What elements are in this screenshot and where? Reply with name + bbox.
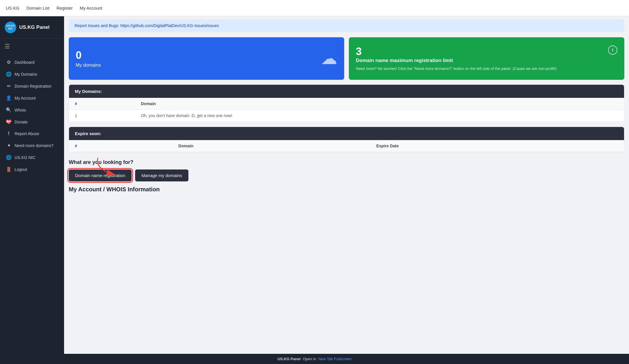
row-num: 1 (69, 109, 135, 121)
sidebar-label-need-more-domains: Need more domains? (15, 143, 54, 148)
nav-uskg[interactable]: US.KG (6, 6, 20, 10)
sidebar-label-logout: Logout (15, 167, 27, 172)
nav-my-account[interactable]: My Account (80, 6, 103, 10)
sidebar-item-uskg-nic[interactable]: 🌐 US.KG NIC (0, 151, 64, 163)
col-hash2: # (69, 140, 173, 152)
bottom-fullscreen-link[interactable]: New Tab Fullscreen (318, 357, 351, 361)
green-stat-card: 3 Domain name maximum registration limit… (349, 37, 624, 80)
sidebar-item-logout[interactable]: 🚪 Logout (0, 163, 64, 175)
cloud-icon: ☁ (321, 49, 337, 68)
table-row: 1 Oh, you don't have domain :D, get a ne… (69, 109, 624, 121)
col-expire-date: Expire Date (370, 140, 624, 152)
donate-icon: 💝 (6, 119, 12, 125)
col-domain2: Domain (173, 140, 371, 152)
sidebar-item-whois[interactable]: 🔍 Whois (0, 104, 64, 116)
stats-row: 0 My domains ☁ 3 Domain name maximum reg… (64, 35, 629, 84)
alert-text: Report Issues and Bugs: (75, 23, 120, 28)
sidebar-panel-title: US.KG Panel (19, 24, 50, 30)
dashboard-icon: ⚙ (6, 59, 12, 65)
top-nav: US.KG Domain List Register My Account (0, 0, 629, 16)
sidebar-label-domain-registration: Domain Registration (15, 84, 52, 89)
globe-icon: 🌐 (6, 71, 12, 77)
sidebar-label-whois: Whois (15, 108, 26, 112)
alert-bar: Report Issues and Bugs: https://github.c… (69, 19, 624, 32)
col-domain: Domain (135, 98, 624, 110)
sidebar-item-dashboard[interactable]: ⚙ Dashboard (0, 56, 64, 68)
nav-domain-list[interactable]: Domain List (26, 6, 50, 10)
sidebar-label-my-domains: My Domains (15, 72, 37, 77)
my-domains-table: # Domain 1 Oh, you don't have domain :D,… (69, 98, 624, 122)
manage-my-domains-button[interactable]: Manage my domains (135, 169, 188, 181)
expire-soon-section: Expire soon: # Domain Expire Date (69, 127, 624, 152)
plus-icon: ✦ (6, 143, 12, 148)
limit-description: Need more? No worries! Click the "Need m… (356, 66, 608, 72)
globe2-icon: 🌐 (6, 155, 12, 160)
blue-stat-card: 0 My domains ☁ (69, 37, 344, 80)
sidebar-label-my-account: My Account (15, 96, 36, 100)
sidebar-item-need-more-domains[interactable]: ✦ Need more domains? (0, 139, 64, 151)
sidebar-label-donate: Donate (15, 120, 28, 124)
sidebar-label-uskg-nic: US.KG NIC (15, 155, 36, 160)
content-area: Report Issues and Bugs: https://github.c… (64, 16, 629, 354)
user-icon: 👤 (6, 95, 12, 101)
info-icon-circle: i (608, 45, 617, 55)
sidebar-label-report-abuse: Report Abuse (15, 131, 39, 136)
col-hash: # (69, 98, 135, 110)
sidebar-item-my-account[interactable]: 👤 My Account (0, 92, 64, 104)
sidebar-item-report-abuse[interactable]: ! Report Abuse (0, 128, 64, 139)
sidebar-item-donate[interactable]: 💝 Donate (0, 116, 64, 128)
bottom-separator: Open in (302, 357, 317, 361)
expire-soon-table: # Domain Expire Date (69, 140, 624, 152)
my-domains-header: My Domains: (69, 85, 624, 98)
sidebar-label-dashboard: Dashboard (15, 60, 35, 65)
bottom-bar: US.KG Panel Open in New Tab Fullscreen (0, 354, 629, 364)
sidebar-item-domain-registration[interactable]: ✏ Domain Registration (0, 80, 64, 92)
alert-link[interactable]: https://github.com/DigitalPlatDev/US.KG-… (120, 23, 219, 28)
logo-circle: US.KG NIC (5, 22, 16, 33)
expire-soon-header: Expire soon: (69, 127, 624, 140)
sidebar-item-my-domains[interactable]: 🌐 My Domains (0, 68, 64, 80)
limit-title: Domain name maximum registration limit (356, 58, 608, 63)
exclamation-icon: ! (6, 131, 12, 136)
sidebar-hamburger[interactable]: ☰ (0, 39, 64, 54)
row-domain: Oh, you don't have domain :D, get a new … (135, 109, 624, 121)
my-domains-section: My Domains: # Domain 1 Oh, you don't hav… (69, 84, 624, 122)
search-icon: 🔍 (6, 107, 12, 113)
domains-count: 0 (76, 49, 101, 61)
bottom-panel-name: US.KG Panel (278, 357, 301, 361)
domain-name-registration-button[interactable]: Domain name registration (69, 169, 132, 181)
whois-title: My Account / WHOIS Information (64, 186, 629, 197)
edit-icon: ✏ (6, 83, 12, 89)
domains-label: My domains (76, 63, 101, 68)
looking-for-section: What are you looking for? Domain name re… (64, 157, 629, 186)
sidebar-logo: US.KG NIC US.KG Panel (0, 16, 64, 39)
sidebar: US.KG NIC US.KG Panel ☰ ⚙ Dashboard 🌐 My… (0, 16, 64, 354)
limit-number: 3 (356, 45, 608, 58)
nav-register[interactable]: Register (56, 6, 73, 10)
logout-icon: 🚪 (6, 167, 12, 172)
looking-for-title: What are you looking for? (69, 159, 624, 165)
